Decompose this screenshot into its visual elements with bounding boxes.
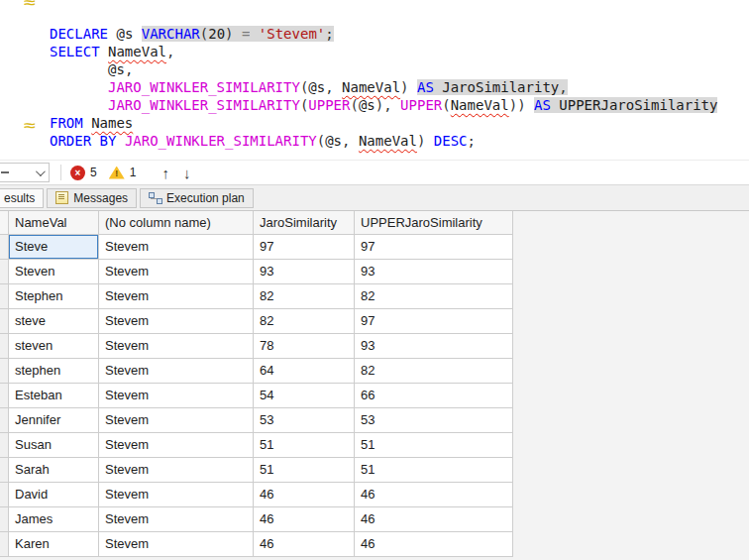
table-cell[interactable]: 82 — [355, 284, 513, 309]
row-header[interactable] — [0, 408, 9, 433]
table-cell[interactable]: Jennifer — [9, 408, 99, 433]
table-cell[interactable]: 46 — [254, 483, 355, 507]
table-cell[interactable]: Sarah — [9, 458, 99, 483]
table-cell[interactable]: Stevem — [99, 334, 254, 359]
code-token: DECLARE — [50, 26, 108, 42]
row-header[interactable] — [0, 507, 9, 532]
table-cell[interactable]: Esteban — [9, 384, 99, 408]
table-cell[interactable]: 97 — [254, 235, 355, 260]
row-header[interactable] — [0, 334, 9, 359]
table-cell[interactable]: 82 — [254, 284, 355, 309]
table-cell[interactable]: Stevem — [99, 483, 254, 507]
ssms-window: ≈ ≈ DECLARE @s VARCHAR(20) = 'Stevem';SE… — [0, 0, 749, 560]
code-token — [392, 97, 400, 113]
code-line[interactable]: FROM Names — [50, 114, 717, 132]
table-cell[interactable]: 51 — [254, 458, 355, 483]
row-header[interactable] — [0, 235, 9, 260]
navigation-dropdown[interactable] — [0, 163, 50, 182]
code-token: JaroSimilarity — [442, 79, 559, 95]
table-cell[interactable]: 46 — [254, 532, 355, 557]
table-cell[interactable]: 78 — [254, 334, 355, 359]
row-header[interactable] — [0, 260, 9, 284]
previous-issue-button[interactable]: ↑ — [161, 165, 169, 181]
code-line[interactable]: JARO_WINKLER_SIMILARITY(UPPER(@s), UPPER… — [50, 96, 717, 114]
table-cell[interactable]: 93 — [355, 260, 513, 284]
table-cell[interactable]: 53 — [355, 408, 513, 433]
table-cell[interactable]: 66 — [355, 384, 513, 408]
row-header[interactable] — [0, 309, 9, 334]
table-cell[interactable]: Stevem — [99, 458, 254, 483]
table-cell[interactable]: 51 — [254, 433, 355, 458]
table-cell[interactable]: 51 — [355, 458, 513, 483]
table-cell[interactable]: 97 — [355, 309, 513, 334]
code-line[interactable]: @s, — [50, 60, 717, 78]
table-cell[interactable]: Stevem — [99, 235, 254, 260]
code-line[interactable]: ORDER BY JARO_WINKLER_SIMILARITY(@s, Nam… — [50, 132, 717, 150]
table-cell[interactable]: 64 — [254, 359, 355, 384]
table-row: DavidStevem4646 — [0, 483, 513, 507]
results-grid: NameVal(No column name)JaroSimilarityUPP… — [0, 210, 749, 560]
code-line[interactable]: JARO_WINKLER_SIMILARITY(@s, NameVal) AS … — [50, 78, 717, 96]
code-token: VARCHAR — [142, 26, 200, 42]
row-header[interactable] — [0, 483, 9, 507]
code-token: @s — [108, 61, 125, 77]
row-header[interactable] — [0, 433, 9, 458]
table-cell[interactable]: Steven — [9, 260, 99, 284]
tab-execution-plan[interactable]: Execution plan — [140, 188, 254, 208]
table-cell[interactable]: 46 — [355, 483, 513, 507]
table-cell[interactable]: 93 — [254, 260, 355, 284]
table-cell[interactable]: Stevem — [99, 309, 254, 334]
table-cell[interactable]: Stevem — [99, 359, 254, 384]
table-cell[interactable]: 93 — [355, 334, 513, 359]
table-cell[interactable]: steve — [9, 309, 99, 334]
table-cell[interactable]: Stevem — [99, 260, 254, 284]
sql-editor[interactable]: ≈ ≈ DECLARE @s VARCHAR(20) = 'Stevem';SE… — [0, 0, 749, 160]
table-cell[interactable]: Stevem — [99, 284, 254, 309]
table-cell[interactable]: Stevem — [99, 507, 254, 532]
table-cell[interactable]: Stevem — [99, 384, 254, 408]
table-cell[interactable]: Stephen — [9, 284, 99, 309]
table-cell[interactable]: Karen — [9, 532, 99, 557]
table-cell[interactable]: 46 — [254, 507, 355, 532]
row-header[interactable] — [0, 284, 9, 309]
row-header[interactable] — [0, 458, 9, 483]
warning-indicator[interactable]: ! 1 — [97, 166, 137, 179]
grid-header-row: NameVal(No column name)JaroSimilarityUPP… — [0, 211, 513, 235]
table-cell[interactable]: Stevem — [99, 532, 254, 557]
code-line[interactable]: SELECT NameVal, — [50, 43, 717, 60]
code-token: , — [125, 61, 133, 77]
table-cell[interactable]: 46 — [355, 507, 513, 532]
code-line[interactable]: DECLARE @s VARCHAR(20) = 'Stevem'; — [50, 25, 717, 43]
table-cell[interactable]: stephen — [9, 359, 99, 384]
table-cell[interactable]: Stevem — [99, 408, 254, 433]
row-header[interactable] — [0, 359, 9, 384]
table-cell[interactable]: 51 — [355, 433, 513, 458]
table-cell[interactable]: steven — [9, 334, 99, 359]
tab-esults[interactable]: esults — [0, 188, 44, 208]
grid-corner[interactable] — [0, 211, 9, 235]
column-header[interactable]: JaroSimilarity — [254, 211, 355, 235]
table-cell[interactable]: 54 — [254, 384, 355, 408]
tab-label: Execution plan — [166, 191, 245, 205]
chevron-down-icon — [36, 167, 46, 176]
table-cell[interactable]: Steve — [9, 235, 99, 260]
error-indicator[interactable]: × 5 — [70, 166, 97, 180]
table-cell[interactable]: Stevem — [99, 433, 254, 458]
code-token — [50, 79, 108, 95]
table-cell[interactable]: Susan — [9, 433, 99, 458]
table-cell[interactable]: 82 — [355, 359, 513, 384]
row-header[interactable] — [0, 532, 9, 557]
code-token: NameVal — [451, 97, 509, 113]
tab-messages[interactable]: Messages — [47, 188, 137, 208]
column-header[interactable]: UPPERJaroSimilarity — [355, 211, 513, 235]
table-cell[interactable]: David — [9, 483, 99, 507]
table-cell[interactable]: 46 — [355, 532, 513, 557]
table-cell[interactable]: James — [9, 507, 99, 532]
table-cell[interactable]: 97 — [355, 235, 513, 260]
column-header[interactable]: NameVal — [9, 211, 99, 235]
next-issue-button[interactable]: ↓ — [183, 165, 191, 181]
row-header[interactable] — [0, 384, 9, 408]
table-cell[interactable]: 53 — [254, 408, 355, 433]
table-cell[interactable]: 82 — [254, 309, 355, 334]
column-header[interactable]: (No column name) — [99, 211, 254, 235]
